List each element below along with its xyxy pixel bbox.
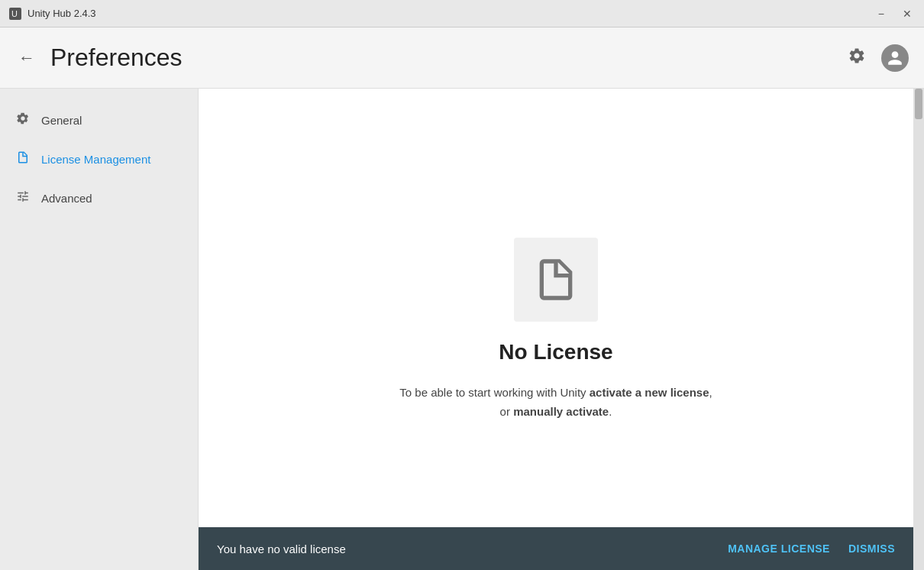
no-license-desc-mid: , [709,386,712,399]
main-layout: General License Management Advanced [0,89,924,570]
document-icon [15,151,31,168]
sidebar-item-advanced-label: Advanced [41,192,92,205]
app-logo-icon: U [9,8,21,20]
avatar-icon [887,50,903,66]
minimize-button[interactable]: − [875,7,887,21]
gear-icon [848,47,866,65]
title-bar: U Unity Hub 2.4.3 − ✕ [0,0,924,28]
no-license-desc-end: . [609,405,612,418]
sidebar-item-general[interactable]: General [0,101,198,140]
sidebar-item-license-management[interactable]: License Management [0,140,198,179]
app-header: ← Preferences [0,28,924,89]
manage-license-button[interactable]: MANAGE LICENSE [728,542,830,555]
no-license-container: No License To be able to start working w… [199,89,913,570]
back-button[interactable]: ← [15,45,38,71]
toast-bar: You have no valid license MANAGE LICENSE… [199,527,913,570]
gear-icon [15,112,31,129]
sidebar-item-general-label: General [41,114,82,127]
sidebar-item-license-label: License Management [41,153,150,166]
scrollbar[interactable] [913,89,924,570]
no-license-icon-wrapper [514,238,598,322]
no-license-desc-part1: To be able to start working with Unity [399,386,589,399]
dismiss-button[interactable]: DISMISS [848,542,895,555]
adjust-icon [15,189,31,207]
close-button[interactable]: ✕ [900,7,915,21]
activate-license-link[interactable]: activate a new license [590,386,709,399]
no-license-title: No License [499,340,612,364]
no-license-desc-part2: or [500,405,514,418]
title-bar-controls: − ✕ [875,7,915,21]
scrollbar-thumb[interactable] [915,89,922,119]
manually-activate-link[interactable]: manually activate [513,405,609,418]
no-license-document-icon [531,255,580,304]
app-title: Unity Hub 2.4.3 [27,8,96,19]
page-title: Preferences [50,44,183,72]
no-license-description: To be able to start working with Unity a… [399,383,712,422]
header-right [845,44,909,73]
toast-actions: MANAGE LICENSE DISMISS [728,542,895,555]
toast-message: You have no valid license [217,542,346,555]
title-bar-left: U Unity Hub 2.4.3 [9,8,96,20]
sidebar-item-advanced[interactable]: Advanced [0,179,198,218]
sidebar: General License Management Advanced [0,89,199,570]
svg-text:U: U [11,9,18,18]
header-left: ← Preferences [15,44,183,72]
avatar-button[interactable] [881,44,909,72]
content-area: No License To be able to start working w… [199,89,913,570]
settings-icon-button[interactable] [845,44,869,73]
